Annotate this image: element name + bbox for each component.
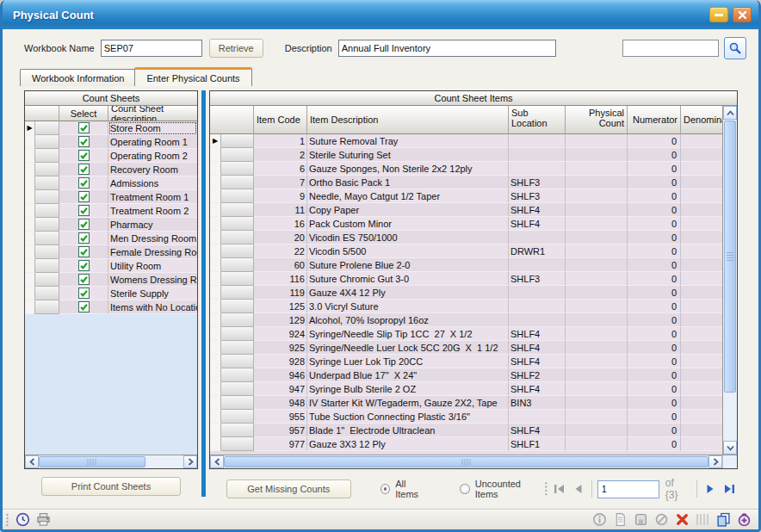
last-page-button[interactable]: [721, 480, 738, 498]
count-sheet-row[interactable]: Admissions: [25, 176, 197, 190]
denominator-cell[interactable]: [681, 382, 722, 396]
description-input[interactable]: [338, 40, 556, 57]
item-row[interactable]: 1253.0 Vicryl Suture0: [210, 300, 722, 313]
sub-location-cell[interactable]: SHLF4: [509, 424, 566, 437]
physical-count-cell[interactable]: [566, 396, 628, 410]
physical-count-cell[interactable]: [566, 368, 628, 382]
sub-location-column-header[interactable]: Sub Location: [509, 106, 566, 134]
row-header-cell[interactable]: [35, 176, 59, 190]
physical-count-cell[interactable]: [566, 327, 628, 341]
filter-all-items[interactable]: All Items: [380, 479, 431, 499]
item-row[interactable]: 129Alcohol, 70% Isopropyl 16oz0: [210, 313, 722, 327]
physical-count-cell[interactable]: [566, 203, 628, 217]
physical-count-cell[interactable]: [566, 424, 628, 437]
row-header-cell[interactable]: [221, 368, 254, 382]
row-header-cell[interactable]: [35, 121, 59, 135]
count-sheet-description-cell[interactable]: Female Dressing Room: [108, 245, 197, 259]
item-row[interactable]: 116Suture Chromic Gut 3-0SHLF30: [210, 272, 722, 286]
denominator-cell[interactable]: [681, 272, 722, 286]
row-checkbox[interactable]: [78, 288, 90, 299]
item-description-cell[interactable]: Gauze Sponges, Non Sterile 2x2 12ply: [307, 162, 509, 176]
next-page-button[interactable]: [702, 480, 719, 498]
physical-count-cell[interactable]: [566, 258, 628, 272]
item-description-cell[interactable]: Suture Removal Tray: [307, 134, 509, 148]
sub-location-cell[interactable]: [509, 148, 566, 162]
item-code-cell[interactable]: 928: [254, 355, 307, 368]
item-description-cell[interactable]: Copy Paper: [307, 203, 509, 217]
numerator-column-header[interactable]: Numerator: [628, 106, 681, 134]
denominator-cell[interactable]: [681, 341, 722, 355]
numerator-cell[interactable]: 0: [628, 134, 681, 148]
sub-location-cell[interactable]: DRWR1: [509, 244, 566, 258]
row-header-cell[interactable]: [221, 327, 254, 341]
count-sheet-row[interactable]: Operating Room 2: [25, 149, 197, 163]
numerator-cell[interactable]: 0: [628, 313, 681, 327]
item-description-cell[interactable]: Suture Chromic Gut 3-0: [307, 272, 509, 286]
denominator-column-header[interactable]: Denominator: [681, 106, 722, 134]
item-code-cell[interactable]: 60: [254, 258, 307, 272]
item-description-cell[interactable]: Gauze 3X3 12 Ply: [307, 437, 509, 451]
sub-location-cell[interactable]: [509, 258, 566, 272]
numerator-cell[interactable]: 0: [628, 286, 681, 300]
count-sheet-row[interactable]: Utility Room: [25, 259, 197, 273]
count-sheet-description-cell[interactable]: Admissions: [108, 176, 197, 190]
row-header-cell[interactable]: [221, 382, 254, 396]
save-icon[interactable]: [634, 512, 648, 527]
numerator-cell[interactable]: 0: [628, 368, 681, 382]
count-sheet-description-cell[interactable]: Operating Room 1: [108, 135, 197, 149]
info-icon[interactable]: [592, 512, 607, 527]
numerator-cell[interactable]: 0: [628, 424, 681, 437]
row-header-cell[interactable]: [221, 437, 254, 451]
description-column-header[interactable]: Count Sheet description: [108, 106, 197, 121]
item-code-cell[interactable]: 2: [254, 148, 307, 162]
count-sheet-description-cell[interactable]: Recovery Room: [108, 163, 197, 176]
count-sheet-description-cell[interactable]: Treatment Room 1: [108, 190, 197, 204]
numerator-cell[interactable]: 0: [628, 189, 681, 203]
sub-location-cell[interactable]: [509, 300, 566, 313]
item-code-cell[interactable]: 129: [254, 313, 307, 327]
count-sheet-row[interactable]: Sterile Supply: [25, 287, 197, 300]
denominator-cell[interactable]: [681, 134, 722, 148]
numerator-cell[interactable]: 0: [628, 258, 681, 272]
physical-count-cell[interactable]: [566, 148, 628, 162]
row-header-cell[interactable]: [35, 287, 59, 300]
item-code-cell[interactable]: 119: [254, 286, 307, 300]
row-header-cell[interactable]: [221, 341, 254, 355]
item-row[interactable]: 20Vicodin ES 750/10000: [210, 231, 722, 244]
scrollbar-track[interactable]: [723, 393, 737, 441]
item-description-cell[interactable]: Pack Custom Minor: [307, 217, 509, 231]
document-icon[interactable]: [613, 512, 628, 527]
numerator-cell[interactable]: 0: [628, 203, 681, 217]
row-header-cell[interactable]: [221, 355, 254, 368]
row-header-cell[interactable]: [221, 231, 254, 244]
numerator-cell[interactable]: 0: [628, 244, 681, 258]
row-header-cell[interactable]: [221, 410, 254, 424]
physical-count-cell[interactable]: [566, 300, 628, 313]
select-column-header[interactable]: Select: [59, 106, 108, 121]
item-code-cell[interactable]: 22: [254, 244, 307, 258]
physical-count-cell[interactable]: [566, 244, 628, 258]
item-code-cell[interactable]: 116: [254, 272, 307, 286]
scroll-right-button[interactable]: [183, 455, 197, 468]
physical-count-cell[interactable]: [566, 231, 628, 244]
row-header-cell[interactable]: [221, 313, 254, 327]
denominator-cell[interactable]: [681, 437, 722, 451]
row-header-cell[interactable]: [221, 300, 254, 313]
item-code-cell[interactable]: 947: [254, 382, 307, 396]
scrollbar-thumb[interactable]: [724, 121, 736, 393]
count-sheet-row[interactable]: Treatment Room 2: [25, 204, 197, 218]
numerator-cell[interactable]: 0: [628, 410, 681, 424]
denominator-cell[interactable]: [681, 313, 722, 327]
item-description-cell[interactable]: Gauze 4X4 12 Ply: [307, 286, 509, 300]
denominator-cell[interactable]: [681, 327, 722, 341]
item-code-cell[interactable]: 20: [254, 231, 307, 244]
item-description-cell[interactable]: Vicodin ES 750/1000: [307, 231, 509, 244]
denominator-cell[interactable]: [681, 355, 722, 368]
item-row[interactable]: 955Tube Suction Connecting Plastic 3/16"…: [210, 410, 722, 424]
item-row[interactable]: 928Syringe Luer Lok Tip 20CCSHLF40: [210, 355, 722, 368]
item-row[interactable]: ▶1Suture Removal Tray0: [210, 134, 722, 148]
item-description-cell[interactable]: Alcohol, 70% Isopropyl 16oz: [307, 313, 509, 327]
items-vertical-scrollbar[interactable]: [722, 106, 737, 455]
item-row[interactable]: 957Blade 1" Electrode UltracleanSHLF40: [210, 424, 722, 437]
physical-count-cell[interactable]: [566, 313, 628, 327]
